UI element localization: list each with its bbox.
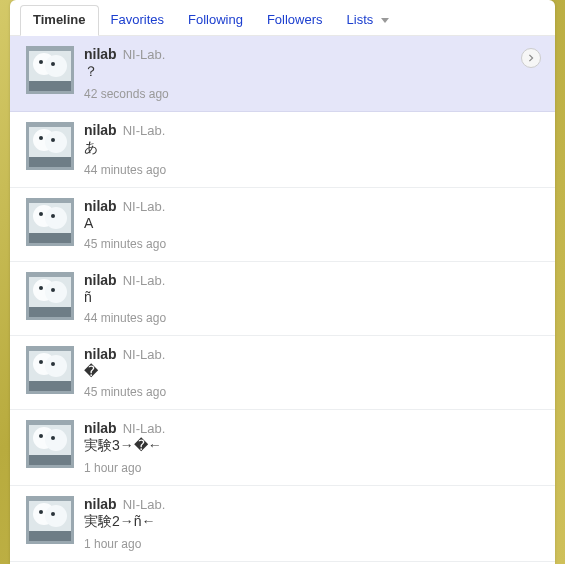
- svg-point-28: [39, 360, 43, 364]
- avatar[interactable]: [26, 122, 74, 170]
- svg-point-5: [51, 62, 55, 66]
- svg-point-10: [39, 136, 43, 140]
- fullname: NI-Lab.: [123, 497, 166, 512]
- svg-point-39: [45, 505, 67, 527]
- tweet-text: 実験3→�←: [84, 437, 539, 455]
- tweet-header: nilab NI-Lab.: [84, 198, 539, 214]
- main-panel: Timeline Favorites Following Followers L…: [10, 0, 555, 564]
- tweet-time[interactable]: 45 minutes ago: [84, 237, 539, 251]
- svg-point-4: [39, 60, 43, 64]
- svg-point-35: [51, 436, 55, 440]
- tweet-header: nilab NI-Lab.: [84, 272, 539, 288]
- avatar[interactable]: [26, 420, 74, 468]
- tweet-item[interactable]: nilab NI-Lab. ？ 42 seconds ago: [10, 36, 555, 112]
- avatar[interactable]: [26, 496, 74, 544]
- avatar-icon: [26, 198, 74, 246]
- tab-timeline[interactable]: Timeline: [20, 5, 99, 36]
- tab-favorites[interactable]: Favorites: [99, 6, 176, 35]
- svg-point-34: [39, 434, 43, 438]
- tab-label: Following: [188, 12, 243, 27]
- tab-label: Lists: [347, 12, 374, 27]
- svg-point-9: [45, 131, 67, 153]
- tweet-time[interactable]: 44 minutes ago: [84, 311, 539, 325]
- tweet-text: �: [84, 363, 539, 379]
- tweet-text: 実験2→ñ←: [84, 513, 539, 531]
- tab-label: Followers: [267, 12, 323, 27]
- svg-point-15: [45, 207, 67, 229]
- fullname: NI-Lab.: [123, 123, 166, 138]
- tweet-item[interactable]: nilab NI-Lab. � 45 minutes ago: [10, 336, 555, 410]
- avatar[interactable]: [26, 198, 74, 246]
- username[interactable]: nilab: [84, 122, 117, 138]
- avatar[interactable]: [26, 346, 74, 394]
- tweet-body: nilab NI-Lab. A 45 minutes ago: [84, 198, 539, 251]
- tweet-item[interactable]: nilab NI-Lab. ñ 44 minutes ago: [10, 262, 555, 336]
- avatar-icon: [26, 272, 74, 320]
- expand-button[interactable]: [521, 48, 541, 68]
- tweet-header: nilab NI-Lab.: [84, 420, 539, 436]
- tweet-text: ？: [84, 63, 539, 81]
- username[interactable]: nilab: [84, 272, 117, 288]
- tab-label: Favorites: [111, 12, 164, 27]
- tab-followers[interactable]: Followers: [255, 6, 335, 35]
- fullname: NI-Lab.: [123, 199, 166, 214]
- username[interactable]: nilab: [84, 496, 117, 512]
- svg-point-11: [51, 138, 55, 142]
- tweet-body: nilab NI-Lab. ？ 42 seconds ago: [84, 46, 539, 101]
- tweet-time[interactable]: 42 seconds ago: [84, 87, 539, 101]
- tweet-time[interactable]: 1 hour ago: [84, 537, 539, 551]
- tweet-time[interactable]: 44 minutes ago: [84, 163, 539, 177]
- avatar[interactable]: [26, 272, 74, 320]
- svg-point-23: [51, 288, 55, 292]
- svg-point-22: [39, 286, 43, 290]
- tweet-body: nilab NI-Lab. あ 44 minutes ago: [84, 122, 539, 177]
- tweet-header: nilab NI-Lab.: [84, 346, 539, 362]
- tweet-header: nilab NI-Lab.: [84, 496, 539, 512]
- username[interactable]: nilab: [84, 198, 117, 214]
- tweet-item[interactable]: nilab NI-Lab. A 45 minutes ago: [10, 188, 555, 262]
- page-background: Timeline Favorites Following Followers L…: [0, 0, 565, 564]
- tweet-item[interactable]: nilab NI-Lab. 実験3→�← 1 hour ago: [10, 410, 555, 486]
- svg-point-33: [45, 429, 67, 451]
- username[interactable]: nilab: [84, 46, 117, 62]
- fullname: NI-Lab.: [123, 273, 166, 288]
- svg-point-17: [51, 214, 55, 218]
- svg-point-27: [45, 355, 67, 377]
- username[interactable]: nilab: [84, 420, 117, 436]
- tweet-body: nilab NI-Lab. 実験3→�← 1 hour ago: [84, 420, 539, 475]
- tweet-item[interactable]: nilab NI-Lab. あ 44 minutes ago: [10, 112, 555, 188]
- fullname: NI-Lab.: [123, 47, 166, 62]
- tweet-time[interactable]: 45 minutes ago: [84, 385, 539, 399]
- svg-point-41: [51, 512, 55, 516]
- avatar-icon: [26, 46, 74, 94]
- fullname: NI-Lab.: [123, 347, 166, 362]
- tweet-body: nilab NI-Lab. 実験2→ñ← 1 hour ago: [84, 496, 539, 551]
- avatar[interactable]: [26, 46, 74, 94]
- tweet-text: A: [84, 215, 539, 231]
- svg-point-3: [45, 55, 67, 77]
- tweet-text: あ: [84, 139, 539, 157]
- tweet-body: nilab NI-Lab. ñ 44 minutes ago: [84, 272, 539, 325]
- avatar-icon: [26, 496, 74, 544]
- svg-point-21: [45, 281, 67, 303]
- tweet-time[interactable]: 1 hour ago: [84, 461, 539, 475]
- chevron-right-icon: [527, 54, 535, 62]
- avatar-icon: [26, 420, 74, 468]
- avatar-icon: [26, 346, 74, 394]
- tweet-header: nilab NI-Lab.: [84, 122, 539, 138]
- tab-label: Timeline: [33, 12, 86, 27]
- tab-lists[interactable]: Lists: [335, 6, 401, 35]
- tab-following[interactable]: Following: [176, 6, 255, 35]
- tweet-header: nilab NI-Lab.: [84, 46, 539, 62]
- caret-down-icon: [381, 18, 389, 23]
- svg-point-16: [39, 212, 43, 216]
- timeline-stream: nilab NI-Lab. ？ 42 seconds ago: [10, 36, 555, 562]
- svg-point-40: [39, 510, 43, 514]
- svg-point-29: [51, 362, 55, 366]
- fullname: NI-Lab.: [123, 421, 166, 436]
- tabs-bar: Timeline Favorites Following Followers L…: [10, 0, 555, 36]
- tweet-text: ñ: [84, 289, 539, 305]
- tweet-item[interactable]: nilab NI-Lab. 実験2→ñ← 1 hour ago: [10, 486, 555, 562]
- avatar-icon: [26, 122, 74, 170]
- username[interactable]: nilab: [84, 346, 117, 362]
